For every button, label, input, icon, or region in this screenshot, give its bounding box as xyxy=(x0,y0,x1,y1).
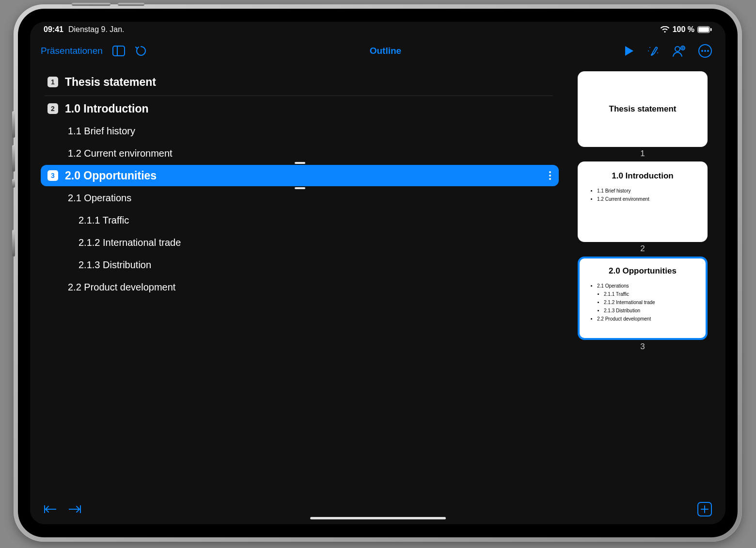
status-date: Dienstag 9. Jan. xyxy=(68,25,125,34)
outdent-icon[interactable] xyxy=(44,504,57,514)
outline-slide-title-selected[interactable]: 3 2.0 Opportunities xyxy=(41,165,559,186)
svg-rect-1 xyxy=(698,27,709,32)
outline-body-row[interactable]: 2.1.2 International trade xyxy=(41,232,559,253)
outline-slide-title[interactable]: 1 Thesis statement xyxy=(41,71,559,93)
slide-badge: 2 xyxy=(47,103,58,114)
row-more-icon[interactable] xyxy=(547,169,553,182)
battery-icon xyxy=(697,26,712,33)
outline-title-text: 2.0 Opportunities xyxy=(65,169,157,182)
format-paintbrush-icon[interactable] xyxy=(647,45,660,57)
svg-point-5 xyxy=(649,47,650,48)
outline-title-text: Thesis statement xyxy=(65,76,156,89)
drag-handle-icon[interactable] xyxy=(295,162,305,164)
outline-body-row[interactable]: 2.1.1 Traffic xyxy=(41,210,559,231)
outline-body-row[interactable]: 2.1.3 Distribution xyxy=(41,254,559,275)
add-slide-button[interactable] xyxy=(697,502,712,516)
outline-slide-title[interactable]: 2 1.0 Introduction xyxy=(41,98,559,119)
hardware-button xyxy=(12,145,15,172)
status-battery-level: 100 % xyxy=(673,25,694,34)
slide-thumbnail-selected[interactable]: 2.0 Opportunities 2.1 Operations 2.1.1 T… xyxy=(578,257,708,340)
thumb-bullets: 2.1 Operations 2.1.1 Traffic 2.1.2 Inter… xyxy=(588,282,697,323)
outline-body-text: 2.1.3 Distribution xyxy=(79,259,151,271)
svg-point-11 xyxy=(704,50,706,52)
outline-body-row[interactable]: 2.2 Product development xyxy=(41,276,559,298)
svg-point-12 xyxy=(707,50,709,52)
outline-body-text: 2.1.1 Traffic xyxy=(79,215,129,226)
thumb-title: Thesis statement xyxy=(609,104,677,114)
thumb-number: 1 xyxy=(640,149,645,159)
hardware-button xyxy=(118,3,144,6)
outline-body-row[interactable]: 2.1 Operations xyxy=(41,187,559,209)
thumb-title: 2.0 Opportunities xyxy=(588,266,697,276)
hardware-button xyxy=(72,3,110,6)
document-title[interactable]: Outline xyxy=(147,46,624,56)
screen: 09:41 Dienstag 9. Jan. 100 % Präsentatio… xyxy=(30,22,725,524)
home-indicator[interactable] xyxy=(310,517,446,519)
bottom-toolbar xyxy=(30,497,725,524)
outline-body-text: 2.2 Product development xyxy=(68,282,175,293)
slide-badge: 3 xyxy=(47,170,58,181)
thumb-title: 1.0 Introduction xyxy=(588,171,697,181)
svg-point-7 xyxy=(657,52,658,53)
outline-body-row[interactable]: 1.2 Current environment xyxy=(41,143,559,164)
svg-rect-2 xyxy=(710,28,712,31)
svg-point-8 xyxy=(675,47,680,51)
outline-body-row[interactable]: 1.1 Brief history xyxy=(41,120,559,142)
hardware-button xyxy=(12,230,15,257)
outline-body-text: 2.1 Operations xyxy=(68,193,131,204)
play-icon[interactable] xyxy=(624,45,634,57)
slide-badge: 1 xyxy=(47,77,58,87)
hardware-button xyxy=(12,179,15,188)
collaborate-icon[interactable] xyxy=(672,45,686,57)
thumb-number: 3 xyxy=(640,342,645,352)
slide-thumbnail[interactable]: Thesis statement xyxy=(578,71,708,147)
outline-panel: 1 Thesis statement 2 1.0 Introduction 1.… xyxy=(41,71,559,497)
outline-body-text: 1.1 Brief history xyxy=(68,126,135,137)
svg-point-6 xyxy=(648,50,649,51)
indent-icon[interactable] xyxy=(68,504,81,514)
undo-icon[interactable] xyxy=(135,45,147,57)
thumbnail-panel: Thesis statement 1 1.0 Introduction 1.1 … xyxy=(570,71,715,497)
thumb-bullets: 1.1 Brief history 1.2 Current environmen… xyxy=(588,187,697,203)
sidebar-toggle-icon[interactable] xyxy=(112,46,125,56)
outline-body-text: 2.1.2 International trade xyxy=(79,237,181,248)
hardware-button xyxy=(12,111,15,138)
outline-title-text: 1.0 Introduction xyxy=(65,102,149,115)
slide-thumbnail[interactable]: 1.0 Introduction 1.1 Brief history 1.2 C… xyxy=(578,161,708,242)
ipad-device-frame: 09:41 Dienstag 9. Jan. 100 % Präsentatio… xyxy=(14,4,742,542)
status-time: 09:41 xyxy=(44,25,63,34)
svg-rect-3 xyxy=(113,46,125,56)
thumb-number: 2 xyxy=(640,244,645,254)
more-options-icon[interactable] xyxy=(698,44,712,58)
outline-body-text: 1.2 Current environment xyxy=(68,148,173,159)
wifi-icon xyxy=(660,26,670,33)
toolbar: Präsentationen Outline xyxy=(30,37,725,64)
divider xyxy=(45,96,553,96)
back-button[interactable]: Präsentationen xyxy=(41,46,103,56)
drag-handle-icon[interactable] xyxy=(295,187,305,189)
svg-point-10 xyxy=(701,50,703,52)
status-bar: 09:41 Dienstag 9. Jan. 100 % xyxy=(30,22,725,37)
